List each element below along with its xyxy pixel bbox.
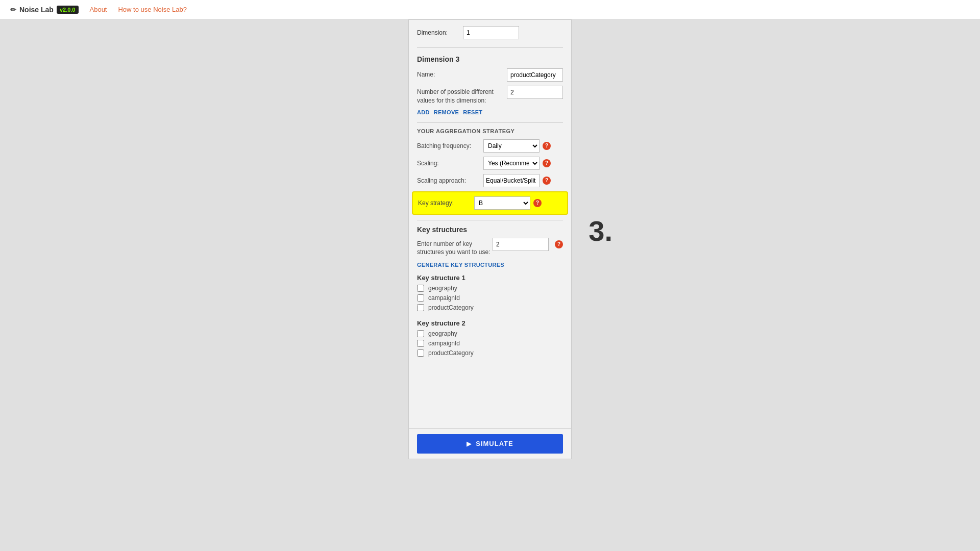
divider-1 [417, 122, 563, 123]
scroll-area[interactable]: Dimension: Dimension 3 Name: Number of p… [409, 20, 571, 459]
key-structures-section: Key structures Enter number of key struc… [417, 226, 563, 357]
dimension3-title: Dimension 3 [417, 55, 563, 63]
remove-link[interactable]: REMOVE [434, 109, 459, 115]
scaling-approach-row: Scaling approach: ? [417, 174, 563, 187]
bottom-spacer [417, 365, 563, 406]
app-logo: ✏ Noise Lab v2.0.0 [10, 6, 79, 14]
how-to-link[interactable]: How to use Noise Lab? [118, 6, 186, 13]
dimension3-values-input[interactable] [507, 86, 563, 99]
key-structure-1-title: Key structure 1 [417, 274, 563, 282]
key-count-row: Enter number of key structures you want … [417, 238, 563, 257]
add-link[interactable]: ADD [417, 109, 430, 115]
ks2-geography-label: geography [428, 330, 457, 337]
ks1-geography-checkbox[interactable] [417, 285, 424, 292]
ks2-geography-checkbox[interactable] [417, 330, 424, 337]
divider-2 [417, 220, 563, 220]
scaling-row: Scaling: Yes (Recommended) No ? [417, 157, 563, 170]
ks2-productcategory-row: productCategory [417, 349, 563, 357]
batching-select[interactable]: Daily Weekly Monthly [483, 139, 540, 153]
dimension-top-input[interactable] [463, 26, 519, 39]
dimension3-values-row: Number of possible different values for … [417, 86, 563, 105]
dimension3-name-label: Name: [417, 68, 507, 79]
app-name: Noise Lab [19, 6, 54, 14]
simulate-label: SIMULATE [476, 440, 513, 447]
ks2-productcategory-checkbox[interactable] [417, 349, 424, 357]
key-structure-2-block: Key structure 2 geography campaignId [417, 319, 563, 357]
simulate-bar: ▶ SIMULATE [409, 428, 571, 459]
aggregation-section: YOUR AGGREGATION STRATEGY Batching frequ… [417, 128, 563, 215]
key-strategy-label: Key strategy: [418, 199, 474, 207]
ks1-productcategory-row: productCategory [417, 304, 563, 311]
topbar: ✏ Noise Lab v2.0.0 About How to use Nois… [0, 0, 980, 19]
key-structures-title: Key structures [417, 226, 563, 234]
ks1-productcategory-checkbox[interactable] [417, 304, 424, 311]
annotation-number: 3. [589, 214, 612, 247]
ks1-campaignid-row: campaignId [417, 294, 563, 302]
key-count-help-icon[interactable]: ? [555, 240, 563, 248]
dimension-top-label: Dimension: [417, 29, 463, 36]
main-content: Dimension: Dimension 3 Name: Number of p… [0, 19, 980, 551]
ks2-productcategory-label: productCategory [428, 349, 474, 357]
ks2-campaignid-checkbox[interactable] [417, 340, 424, 347]
aggregation-heading: YOUR AGGREGATION STRATEGY [417, 128, 563, 134]
dimension3-section: Dimension 3 Name: Number of possible dif… [417, 55, 563, 115]
generate-link[interactable]: GENERATE KEY STRUCTURES [417, 262, 563, 268]
main-panel: Dimension: Dimension 3 Name: Number of p… [408, 19, 572, 459]
pencil-icon: ✏ [10, 6, 16, 14]
key-count-input[interactable] [493, 238, 549, 251]
batching-label: Batching frequency: [417, 142, 483, 149]
reset-link[interactable]: RESET [463, 109, 482, 115]
key-count-right: ? [493, 238, 563, 251]
play-icon: ▶ [467, 440, 472, 447]
scaling-label: Scaling: [417, 160, 483, 167]
ks2-campaignid-label: campaignId [428, 340, 460, 347]
scaling-approach-label: Scaling approach: [417, 177, 483, 184]
content-inner: Dimension: Dimension 3 Name: Number of p… [409, 20, 571, 412]
ks2-campaignid-row: campaignId [417, 340, 563, 347]
dimension-top-section: Dimension: [417, 26, 563, 48]
ks2-geography-row: geography [417, 330, 563, 337]
scaling-approach-input[interactable] [483, 174, 540, 187]
dimension3-name-input[interactable] [507, 68, 563, 82]
scaling-select[interactable]: Yes (Recommended) No [483, 157, 540, 170]
simulate-button[interactable]: ▶ SIMULATE [417, 434, 563, 454]
key-structure-2-title: Key structure 2 [417, 319, 563, 327]
key-count-label: Enter number of key structures you want … [417, 238, 493, 257]
key-structure-1-block: Key structure 1 geography campaignId [417, 274, 563, 311]
key-strategy-help-icon[interactable]: ? [533, 199, 542, 207]
scaling-approach-help-icon[interactable]: ? [543, 177, 551, 185]
batching-help-icon[interactable]: ? [543, 142, 551, 150]
ks1-campaignid-label: campaignId [428, 294, 460, 302]
action-links: ADD REMOVE RESET [417, 109, 563, 115]
scaling-help-icon[interactable]: ? [543, 159, 551, 167]
dimension3-values-label: Number of possible different values for … [417, 86, 507, 105]
panel-container: Dimension: Dimension 3 Name: Number of p… [408, 19, 572, 489]
dimension3-name-row: Name: [417, 68, 563, 82]
ks1-campaignid-checkbox[interactable] [417, 294, 424, 302]
key-strategy-row: Key strategy: A B C ? [412, 191, 568, 215]
batching-row: Batching frequency: Daily Weekly Monthly… [417, 139, 563, 153]
ks1-geography-row: geography [417, 285, 563, 292]
version-badge: v2.0.0 [57, 6, 79, 14]
ks1-geography-label: geography [428, 285, 457, 292]
dimension-top-row: Dimension: [417, 26, 563, 39]
about-link[interactable]: About [90, 6, 107, 13]
ks1-productcategory-label: productCategory [428, 304, 474, 311]
key-strategy-select[interactable]: A B C [474, 196, 530, 210]
